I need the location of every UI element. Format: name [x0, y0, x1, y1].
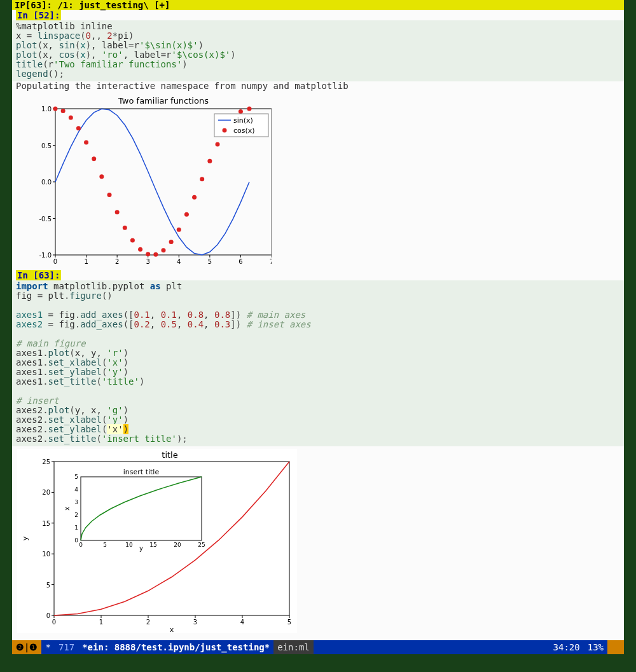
svg-text:-1.0: -1.0: [39, 252, 52, 259]
svg-text:x: x: [64, 507, 71, 511]
svg-point-41: [146, 252, 150, 256]
svg-text:-0.5: -0.5: [39, 216, 52, 223]
svg-point-50: [216, 142, 220, 147]
svg-text:5: 5: [103, 542, 107, 548]
svg-point-33: [84, 140, 88, 144]
svg-text:sin(x): sin(x): [233, 116, 253, 125]
svg-rect-89: [81, 477, 202, 540]
plot-two-familiar: Two familiar functions 01234567-1.0-0.50…: [17, 95, 272, 266]
window-title: IP[63]: /1: just_testing\ [+]: [12, 0, 624, 10]
svg-point-46: [184, 212, 189, 217]
svg-point-38: [123, 226, 127, 230]
svg-point-34: [92, 156, 96, 161]
svg-text:5: 5: [208, 258, 212, 265]
svg-text:10: 10: [125, 542, 133, 548]
svg-point-47: [192, 195, 197, 200]
svg-text:1: 1: [99, 619, 103, 626]
svg-text:2: 2: [115, 258, 119, 265]
svg-text:25: 25: [198, 542, 205, 548]
svg-text:10: 10: [42, 551, 50, 558]
svg-text:0: 0: [79, 542, 83, 548]
svg-text:5: 5: [46, 582, 50, 589]
svg-text:6: 6: [238, 258, 242, 265]
line-num: 717: [55, 640, 78, 654]
svg-text:2: 2: [146, 619, 150, 626]
plot-title-inset: title 0123450510152025 x y insert title …: [17, 449, 297, 633]
mode-line: ❷|❶ * 717 *ein: 8888/test.ipynb/just_tes…: [12, 640, 624, 654]
svg-text:1.0: 1.0: [41, 106, 52, 113]
code-cell-63[interactable]: In [63]: import matplotlib.pyplot as plt…: [12, 270, 624, 633]
svg-point-45: [177, 228, 181, 232]
svg-point-42: [153, 252, 158, 257]
scroll-pct: 13%: [584, 640, 607, 654]
svg-text:4: 4: [177, 258, 181, 265]
svg-text:3: 3: [146, 258, 150, 265]
svg-text:7: 7: [270, 258, 272, 265]
svg-text:x: x: [170, 626, 174, 633]
svg-text:3: 3: [74, 499, 78, 505]
svg-point-35: [99, 174, 104, 179]
svg-text:0: 0: [53, 258, 57, 265]
svg-text:4: 4: [74, 486, 78, 493]
svg-point-48: [200, 177, 204, 181]
svg-point-43: [162, 248, 166, 252]
modified-flag: *: [41, 640, 54, 654]
svg-text:Two familiar functions: Two familiar functions: [118, 96, 209, 106]
svg-text:title: title: [162, 450, 177, 460]
svg-text:0.5: 0.5: [41, 142, 52, 149]
end-cap: [607, 640, 624, 654]
svg-text:1: 1: [84, 258, 88, 265]
svg-point-39: [130, 238, 135, 243]
svg-text:1: 1: [74, 525, 78, 531]
svg-point-53: [238, 109, 243, 114]
svg-point-37: [115, 210, 120, 214]
svg-point-49: [207, 159, 212, 163]
emacs-frame: IP[63]: /1: just_testing\ [+] In [52]: %…: [0, 0, 636, 672]
major-mode: ein:ml: [273, 640, 314, 654]
svg-point-40: [138, 247, 142, 252]
svg-text:0: 0: [74, 537, 78, 544]
code-cell-52[interactable]: In [52]: %matplotlib inline x = linspace…: [12, 10, 624, 266]
svg-text:insert title: insert title: [123, 468, 160, 476]
svg-point-31: [69, 116, 73, 120]
buffer-name: *ein: 8888/test.ipynb/just_testing*: [78, 640, 273, 654]
svg-text:0.0: 0.0: [41, 179, 52, 186]
stdout-output: Populating the interactive namespace fro…: [12, 81, 624, 92]
svg-text:4: 4: [240, 619, 244, 626]
notebook-buffer[interactable]: IP[63]: /1: just_testing\ [+] In [52]: %…: [12, 0, 624, 647]
svg-point-32: [76, 126, 81, 130]
svg-point-29: [53, 107, 58, 111]
svg-text:25: 25: [42, 458, 50, 465]
svg-point-58: [223, 128, 227, 133]
svg-text:5: 5: [74, 474, 78, 480]
svg-text:2: 2: [74, 512, 78, 518]
svg-text:3: 3: [193, 619, 197, 626]
svg-text:cos(x): cos(x): [233, 127, 255, 135]
svg-point-54: [247, 107, 252, 111]
svg-text:0: 0: [52, 619, 56, 626]
workspace-badge[interactable]: ❷|❶: [12, 640, 41, 654]
svg-text:y: y: [21, 536, 29, 540]
svg-text:20: 20: [42, 489, 50, 496]
code-area-52[interactable]: %matplotlib inline x = linspace(0,, 2*pi…: [12, 20, 624, 81]
svg-text:5: 5: [287, 619, 291, 626]
code-area-63[interactable]: import matplotlib.pyplot as plt fig = pl…: [12, 280, 624, 446]
svg-point-30: [61, 109, 66, 113]
svg-text:20: 20: [174, 542, 181, 548]
svg-point-36: [107, 193, 112, 197]
svg-text:y: y: [139, 545, 143, 552]
in-prompt: In [52]:: [16, 10, 61, 20]
svg-text:15: 15: [149, 542, 156, 548]
svg-text:15: 15: [42, 520, 50, 527]
cursor-pos: 34:20: [550, 640, 584, 654]
in-prompt: In [63]:: [16, 270, 61, 280]
svg-point-44: [169, 240, 174, 244]
svg-text:0: 0: [46, 612, 50, 619]
